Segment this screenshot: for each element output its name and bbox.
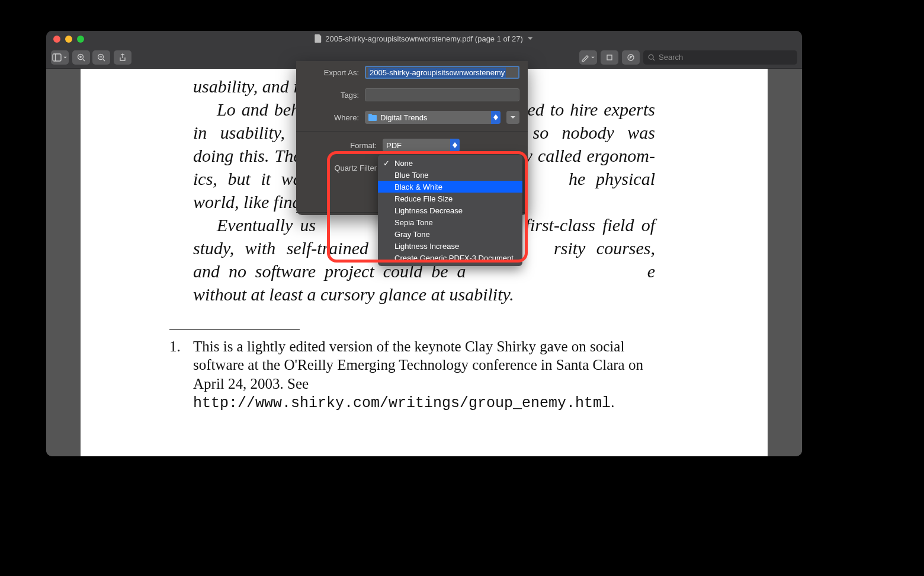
chevron-down-icon <box>509 114 516 121</box>
highlight-button[interactable] <box>622 50 640 65</box>
format-value: PDF <box>386 141 402 150</box>
svg-line-7 <box>103 59 105 61</box>
share-button[interactable] <box>114 50 131 65</box>
body-text-fragment: Eventually us <box>217 215 316 235</box>
footnote-text: This is a lightly edited version of the … <box>193 337 655 412</box>
rotate-button[interactable] <box>601 50 618 65</box>
quartz-filter-option[interactable]: Lightness Increase <box>378 240 522 252</box>
zoom-window-button[interactable] <box>77 36 84 43</box>
stepper-icon <box>450 139 460 152</box>
body-text-fragment: usability, and it i <box>193 76 313 96</box>
quartz-filter-option[interactable]: Reduce File Size <box>378 193 522 204</box>
quartz-filter-option[interactable]: None <box>378 157 522 169</box>
quartz-filter-option[interactable]: Create Generic PDFX-3 Document <box>378 252 522 264</box>
svg-line-12 <box>653 59 655 60</box>
traffic-lights <box>53 36 84 43</box>
footnote: 1. This is a lightly edited version of t… <box>169 337 655 412</box>
tags-label: Tags: <box>304 91 359 100</box>
svg-line-3 <box>83 59 85 61</box>
where-value: Digital Trends <box>380 113 427 122</box>
where-label: Where: <box>304 113 359 122</box>
tags-field[interactable] <box>365 88 519 101</box>
sidebar-toggle-button[interactable] <box>51 50 69 65</box>
quartz-filter-option[interactable]: Sepia Tone <box>378 216 522 228</box>
format-label: Format: <box>332 141 377 150</box>
svg-rect-9 <box>607 55 612 60</box>
search-icon <box>648 54 655 61</box>
where-select[interactable]: Digital Trends <box>365 111 500 124</box>
title-text: 2005-shirky-agroupisitsownworstenemy.pdf… <box>325 34 523 43</box>
svg-point-11 <box>649 55 653 59</box>
export-as-label: Export As: <box>304 68 359 77</box>
expand-where-button[interactable] <box>506 111 519 124</box>
document-icon <box>315 34 322 43</box>
zoom-out-button[interactable] <box>92 50 110 65</box>
quartz-filter-option[interactable]: Gray Tone <box>378 228 522 240</box>
footnote-rule <box>169 329 300 330</box>
folder-icon <box>368 114 377 121</box>
chevron-down-icon <box>63 55 68 60</box>
quartz-filter-option[interactable]: Lightness Decrease <box>378 204 522 216</box>
search-placeholder: Search <box>659 53 683 62</box>
window-title[interactable]: 2005-shirky-agroupisitsownworstenemy.pdf… <box>315 34 534 43</box>
quartz-filter-label: Quartz Filter <box>332 164 377 172</box>
quartz-filter-dropdown: NoneBlue ToneBlack & WhiteReduce File Si… <box>378 155 522 266</box>
close-window-button[interactable] <box>53 36 60 43</box>
svg-rect-0 <box>53 54 61 61</box>
format-select[interactable]: PDF <box>383 139 460 152</box>
export-as-field[interactable]: 2005-shirky-agroupisitsownworstenemy <box>365 66 519 79</box>
zoom-in-button[interactable] <box>72 50 90 65</box>
markup-button[interactable] <box>579 50 597 65</box>
minimize-window-button[interactable] <box>65 36 72 43</box>
chevron-down-icon <box>527 34 534 43</box>
chevron-down-icon <box>591 55 595 60</box>
quartz-filter-option[interactable]: Blue Tone <box>378 169 522 181</box>
footnote-url: http://www.shirky.com/writings/group_ene… <box>193 395 611 412</box>
quartz-filter-option[interactable]: Black & White <box>378 181 522 193</box>
titlebar: 2005-shirky-agroupisitsownworstenemy.pdf… <box>46 31 802 46</box>
search-field[interactable]: Search <box>643 50 797 65</box>
footnote-number: 1. <box>169 337 182 412</box>
stepper-icon <box>491 111 500 124</box>
